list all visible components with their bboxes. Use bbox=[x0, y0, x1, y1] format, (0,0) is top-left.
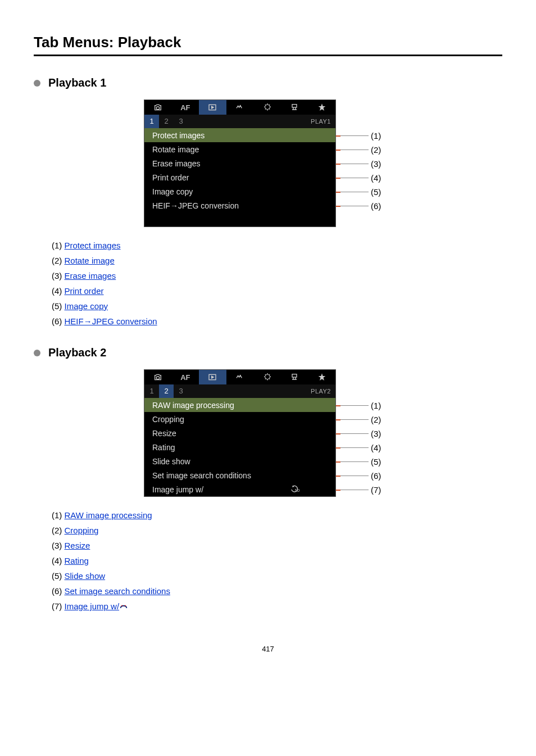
top-tab-camera[interactable] bbox=[144, 370, 172, 384]
menu-item[interactable]: HEIF→JPEG conversion bbox=[144, 198, 335, 212]
link-number: (3) bbox=[52, 271, 62, 280]
cross-ref-link[interactable]: Protect images bbox=[65, 241, 121, 250]
menu-item[interactable]: RAW image processing bbox=[144, 398, 335, 412]
top-tab-custom[interactable] bbox=[281, 100, 308, 115]
menu-item-label: Erase images bbox=[152, 160, 201, 168]
menu-item-label: Print order bbox=[152, 174, 189, 182]
cross-ref-link[interactable]: Slide show bbox=[65, 571, 106, 581]
bullet-icon bbox=[34, 350, 40, 356]
link-number: (6) bbox=[52, 316, 62, 326]
top-tab-wireless[interactable] bbox=[226, 370, 254, 384]
subpage-tab-1[interactable]: 1 bbox=[144, 115, 159, 128]
subpage-tab-2[interactable]: 2 bbox=[159, 384, 174, 398]
cross-ref-link[interactable]: HEIF→JPEG conversion bbox=[65, 316, 157, 326]
top-tab-AF[interactable]: AF bbox=[172, 370, 199, 384]
menu-item-value-icon: 10 bbox=[289, 485, 302, 495]
callout: (5) bbox=[336, 185, 381, 199]
callout: (4) bbox=[336, 171, 381, 185]
link-number: (4) bbox=[52, 556, 62, 565]
menu-item[interactable]: Cropping bbox=[144, 412, 335, 426]
menu-item-label: Image copy bbox=[152, 188, 193, 196]
section-heading: Playback 1 bbox=[34, 76, 502, 89]
link-number: (1) bbox=[52, 510, 62, 520]
link-list: (1) Protect images(2) Rotate image(3) Er… bbox=[52, 241, 502, 326]
page-title: Tab Menus: Playback bbox=[34, 34, 502, 56]
cross-ref-link[interactable]: Print order bbox=[65, 286, 104, 296]
cross-ref-link[interactable]: Erase images bbox=[65, 271, 116, 280]
cross-ref-link[interactable]: Resize bbox=[65, 541, 90, 550]
callout: (2) bbox=[336, 143, 381, 157]
callout: (4) bbox=[336, 441, 381, 455]
callout: (6) bbox=[336, 469, 381, 483]
link-number: (6) bbox=[52, 586, 62, 596]
menu-item-label: Rating bbox=[152, 443, 175, 451]
link-number: (4) bbox=[52, 286, 62, 296]
cross-ref-link[interactable]: Image copy bbox=[65, 301, 108, 311]
link-list: (1) RAW image processing(2) Cropping(3) … bbox=[52, 510, 502, 611]
callout: (7) bbox=[336, 483, 381, 497]
menu-item-label: Rotate image bbox=[152, 146, 199, 153]
menu-item[interactable]: Resize bbox=[144, 426, 335, 440]
menu-item[interactable]: Image jump w/10 bbox=[144, 482, 335, 496]
cross-ref-link[interactable]: Cropping bbox=[65, 526, 99, 535]
list-item: (4) Rating bbox=[52, 556, 502, 565]
callout: (1) bbox=[336, 399, 381, 413]
top-tab-setup[interactable] bbox=[253, 370, 281, 384]
subpage-tab-1[interactable]: 1 bbox=[144, 384, 159, 398]
cross-ref-link[interactable]: Set image search conditions bbox=[65, 586, 170, 596]
cross-ref-link[interactable]: RAW image processing bbox=[65, 510, 152, 520]
list-item: (2) Rotate image bbox=[52, 256, 502, 265]
svg-rect-1 bbox=[292, 105, 297, 107]
section-title: Playback 2 bbox=[48, 346, 106, 359]
top-tab-setup[interactable] bbox=[253, 100, 281, 115]
menu-item[interactable]: Protect images bbox=[144, 128, 335, 142]
menu-item-label: HEIF→JPEG conversion bbox=[152, 202, 239, 210]
top-tab-playback[interactable] bbox=[199, 370, 226, 384]
subpage-tab-3[interactable]: 3 bbox=[174, 384, 188, 398]
menu-item[interactable]: Rating bbox=[144, 440, 335, 454]
top-tab-wireless[interactable] bbox=[226, 100, 254, 115]
list-item: (3) Erase images bbox=[52, 271, 502, 280]
menu-item[interactable]: Erase images bbox=[144, 156, 335, 170]
menu-item[interactable]: Image copy bbox=[144, 184, 335, 198]
top-tab-camera[interactable] bbox=[144, 100, 172, 115]
callout-column: (1)(2)(3)(4)(5)(6)(7) bbox=[336, 369, 392, 497]
list-item: (6) Set image search conditions bbox=[52, 586, 502, 596]
menu-item[interactable]: Slide show bbox=[144, 454, 335, 468]
callout: (3) bbox=[336, 427, 381, 441]
link-number: (1) bbox=[52, 241, 62, 250]
menu-item-label: Cropping bbox=[152, 415, 184, 423]
main-dial-icon bbox=[119, 601, 128, 611]
list-item: (5) Image copy bbox=[52, 301, 502, 311]
section-title: Playback 1 bbox=[48, 76, 106, 89]
link-number: (5) bbox=[52, 301, 62, 311]
cross-ref-link[interactable]: Rotate image bbox=[65, 256, 115, 265]
cross-ref-link[interactable]: Image jump w/ bbox=[65, 601, 129, 611]
subpage-tab-2[interactable]: 2 bbox=[159, 115, 174, 128]
top-tab-AF[interactable]: AF bbox=[172, 100, 199, 115]
page-label: PLAY2 bbox=[311, 388, 331, 395]
callout: (2) bbox=[336, 413, 381, 427]
svg-rect-3 bbox=[292, 374, 297, 377]
top-tab-playback[interactable] bbox=[199, 100, 226, 115]
callout-column: (1)(2)(3)(4)(5)(6) bbox=[336, 99, 392, 227]
top-tab-star[interactable] bbox=[308, 100, 335, 115]
top-tab-star[interactable] bbox=[308, 370, 335, 384]
menu-item[interactable]: Rotate image bbox=[144, 142, 335, 156]
menu-item-label: Set image search conditions bbox=[152, 472, 251, 479]
menu-item[interactable]: Print order bbox=[144, 170, 335, 184]
subpage-tab-3[interactable]: 3 bbox=[174, 115, 188, 128]
list-item: (6) HEIF→JPEG conversion bbox=[52, 316, 502, 326]
top-tab-custom[interactable] bbox=[281, 370, 308, 384]
list-item: (3) Resize bbox=[52, 541, 502, 550]
menu-item[interactable]: Set image search conditions bbox=[144, 468, 335, 482]
menu-item-label: Resize bbox=[152, 429, 176, 437]
link-number: (2) bbox=[52, 256, 62, 265]
menu-item-label: Protect images bbox=[152, 132, 205, 139]
callout: (5) bbox=[336, 455, 381, 469]
menu-item-empty bbox=[144, 212, 335, 227]
menu-item-label: Image jump w/ bbox=[152, 486, 203, 494]
callout: (6) bbox=[336, 199, 381, 213]
cross-ref-link[interactable]: Rating bbox=[65, 556, 89, 565]
link-number: (3) bbox=[52, 541, 62, 550]
